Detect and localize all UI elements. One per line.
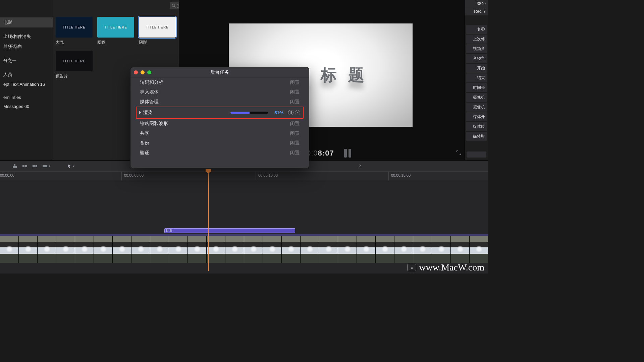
timeline[interactable]: ▾ ▾ › 00:00:0000:00:05:0000:00:10:0000:0…	[0, 160, 488, 274]
svg-rect-9	[290, 111, 290, 114]
inspector-row[interactable]: 摄像机	[466, 93, 487, 102]
title-thumbnail[interactable]: TITLE HERE 图案	[97, 17, 134, 45]
tool-select-icon[interactable]: ▾	[67, 164, 74, 168]
task-status: 闲置	[290, 79, 300, 85]
watermark-icon: ⌂	[408, 264, 416, 271]
svg-rect-8	[43, 165, 47, 167]
task-name: 共享	[140, 130, 149, 136]
task-status: 闲置	[290, 121, 300, 127]
inspector-row[interactable]: 媒体时	[466, 132, 487, 141]
thumb-label: 大气	[56, 40, 93, 45]
svg-rect-10	[291, 111, 292, 114]
task-row[interactable]: 转码和分析 闲置	[130, 77, 309, 87]
video-frame	[0, 236, 19, 263]
task-row[interactable]: 导入媒体 闲置	[130, 87, 309, 97]
sidebar-item[interactable]: 分之一	[0, 56, 53, 66]
task-name: 缩略图和波形	[140, 121, 168, 127]
video-frame	[338, 236, 357, 263]
title-thumbnail[interactable]: TITLE HERE 阴影	[139, 17, 176, 45]
task-status: 闲置	[290, 130, 300, 136]
svg-rect-4	[22, 165, 24, 167]
video-frame	[376, 236, 394, 263]
task-status: 闲置	[290, 99, 300, 105]
inspector-row[interactable]: 视频角	[466, 44, 487, 53]
task-row[interactable]: 缩略图和波形 闲置	[130, 119, 309, 128]
pause-circle-icon[interactable]	[288, 110, 293, 115]
svg-rect-6	[33, 165, 36, 167]
video-frame	[169, 236, 188, 263]
video-frame	[451, 236, 470, 263]
video-frame	[301, 236, 319, 263]
sidebar-item[interactable]: 器/开场白	[0, 42, 53, 52]
inspector-row[interactable]: 开始	[466, 64, 487, 73]
video-frame	[263, 236, 282, 263]
inspector-row[interactable]: 媒体开	[466, 112, 487, 121]
ruler-mark: 00:00:00	[0, 173, 14, 177]
video-frame	[282, 236, 301, 263]
title-clip[interactable]: 阴影	[164, 228, 295, 233]
chevron-right-icon[interactable]: ›	[359, 163, 361, 169]
inspector-res: 3840	[465, 0, 488, 8]
task-row[interactable]: 媒体管理 闲置	[130, 97, 309, 107]
video-track[interactable]	[0, 236, 488, 262]
title-thumbnail[interactable]: TITLE HERE 大气	[56, 17, 93, 45]
video-frame	[244, 236, 263, 263]
svg-rect-3	[14, 164, 15, 166]
ruler-mark: 00:00:15:00	[391, 173, 411, 177]
inspector-color: Rec. 7	[465, 8, 488, 15]
video-frame	[207, 236, 225, 263]
title-thumbnail[interactable]: TITLE HERE 预告片	[56, 51, 93, 79]
inspector-search[interactable]	[467, 152, 486, 158]
svg-rect-2	[13, 166, 17, 168]
task-status: 闲置	[290, 150, 300, 156]
sidebar-item[interactable]: 出现/构件消失	[0, 32, 53, 42]
sidebar-item[interactable]: Messages 60	[0, 102, 53, 111]
svg-rect-7	[36, 165, 37, 167]
task-status: 闲置	[290, 140, 300, 146]
ruler-mark: 00:00:05:00	[124, 173, 144, 177]
playhead[interactable]	[208, 170, 209, 271]
thumb-label: 阴影	[139, 40, 176, 45]
tool-insert-icon[interactable]	[22, 164, 28, 168]
video-frame	[357, 236, 376, 263]
task-status: 闲置	[290, 89, 300, 95]
inspector-row[interactable]: 媒体终	[466, 122, 487, 131]
fullscreen-icon[interactable]	[456, 150, 462, 157]
ruler-mark: 00:00:10:00	[258, 173, 278, 177]
inspector-row[interactable]: 结束	[466, 73, 487, 82]
task-row[interactable]: 共享 闲置	[130, 128, 309, 138]
video-frame	[319, 236, 338, 263]
task-name: 渲染	[143, 110, 153, 116]
video-frame	[413, 236, 432, 263]
inspector-row[interactable]: 音频角	[466, 54, 487, 63]
task-name: 导入媒体	[140, 89, 159, 95]
render-task-row[interactable]: 渲染 51% ✕	[136, 107, 304, 119]
task-row[interactable]: 备份 闲置	[130, 138, 309, 148]
caret-right-icon	[139, 111, 141, 114]
inspector-row[interactable]: 时间长	[466, 83, 487, 92]
timeline-ruler[interactable]: 00:00:0000:00:05:0000:00:10:0000:00:15:0…	[0, 171, 488, 180]
inspector-panel: 3840 Rec. 7 名称上次修视频角音频角开始结束时间长摄像机摄像机媒体开媒…	[464, 0, 488, 160]
watermark: ⌂ www.MacW.com	[408, 262, 484, 273]
svg-line-1	[174, 6, 175, 7]
tool-overwrite-icon[interactable]: ▾	[42, 164, 50, 168]
video-frame	[131, 236, 150, 263]
titles-track[interactable]: 阴影	[0, 228, 488, 234]
video-frame	[94, 236, 113, 263]
progress-bar	[230, 112, 268, 114]
svg-rect-5	[25, 165, 27, 167]
cancel-circle-icon[interactable]: ✕	[295, 110, 300, 115]
sidebar-item[interactable]: 电影	[0, 17, 53, 27]
sidebar-item[interactable]: ern Titles	[0, 93, 53, 102]
inspector-row[interactable]: 名称	[466, 25, 487, 34]
task-row[interactable]: 验证 闲置	[130, 148, 309, 158]
pause-icon[interactable]	[344, 149, 351, 158]
tool-append-icon[interactable]	[32, 164, 38, 168]
video-frame	[188, 236, 207, 263]
sidebar-item[interactable]: 人员	[0, 70, 53, 80]
task-name: 备份	[140, 140, 149, 146]
sidebar-item[interactable]: ept Text Animation 16	[0, 80, 53, 89]
tool-connect-icon[interactable]	[12, 164, 17, 168]
inspector-row[interactable]: 摄像机	[466, 103, 487, 112]
inspector-row[interactable]: 上次修	[466, 35, 487, 44]
